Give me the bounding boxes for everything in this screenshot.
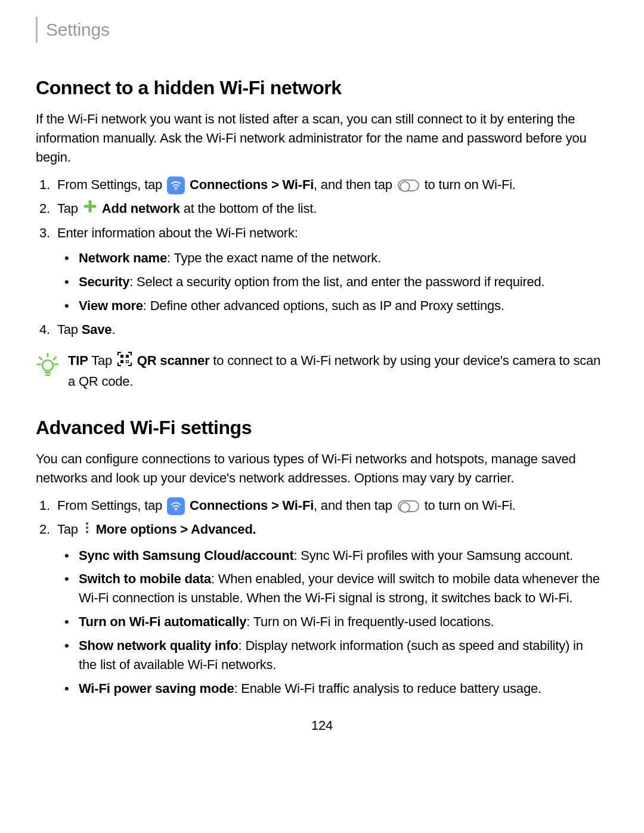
b3-text: : Define other advanced options, such as… — [143, 298, 504, 313]
adv-step-2: Tap More options > Advanced. Sync with S… — [57, 520, 608, 698]
b2-label: Security — [79, 274, 129, 289]
page-number: 124 — [36, 716, 608, 735]
step1-mid: , and then tap — [314, 177, 392, 192]
adv-b4-label: Show network quality info — [79, 638, 239, 653]
step3-bullets: Network name: Type the exact name of the… — [57, 249, 608, 315]
svg-rect-11 — [120, 360, 123, 363]
section-heading-hidden-wifi: Connect to a hidden Wi-Fi network — [36, 74, 608, 101]
bullet-view-more: View more: Define other advanced options… — [79, 296, 608, 315]
step-3: Enter information about the Wi-Fi networ… — [57, 224, 608, 315]
wifi-icon — [167, 176, 185, 194]
step-2: Tap Add network at the bottom of the lis… — [57, 199, 608, 219]
tip-label: TIP — [68, 353, 88, 368]
adv-b1-text: : Sync Wi-Fi profiles with your Samsung … — [294, 548, 573, 563]
adv-step1-post: to turn on Wi-Fi. — [425, 498, 516, 513]
svg-rect-10 — [126, 355, 129, 358]
svg-point-17 — [86, 522, 88, 525]
svg-point-16 — [175, 509, 177, 511]
section1-intro: If the Wi-Fi network you want is not lis… — [36, 110, 608, 167]
section-heading-advanced: Advanced Wi-Fi settings — [36, 414, 608, 441]
qr-scanner-icon — [117, 351, 132, 372]
adv-b3-text: : Turn on Wi-Fi in frequently-used locat… — [246, 614, 494, 629]
toggle-icon — [398, 500, 419, 512]
section1-steps: From Settings, tap Connections > Wi-Fi, … — [36, 175, 608, 339]
section2-intro: You can configure connections to various… — [36, 450, 608, 488]
svg-rect-12 — [126, 360, 127, 361]
tip-text: TIP Tap QR scanner to connect to a Wi-Fi… — [68, 351, 608, 391]
adv-b1-label: Sync with Samsung Cloud/account — [79, 548, 294, 563]
svg-line-3 — [54, 357, 56, 360]
tip-qr-label: QR scanner — [137, 353, 210, 368]
b1-text: : Type the exact name of the network. — [167, 250, 381, 265]
step-4: Tap Save. — [57, 320, 608, 339]
adv-step1-connections-label: Connections > Wi-Fi — [190, 498, 314, 513]
svg-rect-15 — [128, 362, 129, 363]
b3-label: View more — [79, 298, 143, 313]
adv-step-1: From Settings, tap Connections > Wi-Fi, … — [57, 496, 608, 515]
adv-b5-label: Wi-Fi power saving mode — [79, 681, 234, 696]
bullet-power-saving: Wi-Fi power saving mode: Enable Wi-Fi tr… — [79, 679, 608, 698]
step3-text: Enter information about the Wi-Fi networ… — [57, 225, 298, 240]
step1-pre: From Settings, tap — [57, 177, 162, 192]
step2-add-network-label: Add network — [102, 201, 180, 216]
tip-pre: Tap — [88, 353, 112, 368]
svg-point-18 — [86, 527, 88, 529]
svg-point-6 — [42, 360, 53, 371]
b1-label: Network name — [79, 250, 167, 265]
step4-post: . — [112, 322, 115, 337]
more-options-icon — [84, 521, 90, 540]
adv-step1-mid: , and then tap — [314, 498, 392, 513]
step-1: From Settings, tap Connections > Wi-Fi, … — [57, 175, 608, 194]
header-title: Settings — [46, 20, 110, 39]
bullet-switch-mobile: Switch to mobile data: When enabled, you… — [79, 569, 608, 608]
adv-step1-pre: From Settings, tap — [57, 498, 162, 513]
step2-post: at the bottom of the list. — [184, 201, 317, 216]
tip-block: TIP Tap QR scanner to connect to a Wi-Fi… — [36, 351, 608, 391]
bullet-network-name: Network name: Type the exact name of the… — [79, 249, 608, 268]
adv-step2-bullets: Sync with Samsung Cloud/account: Sync Wi… — [57, 546, 608, 698]
bullet-auto-wifi: Turn on Wi-Fi automatically: Turn on Wi-… — [79, 612, 608, 631]
adv-b3-label: Turn on Wi-Fi automatically — [79, 614, 246, 629]
svg-rect-13 — [128, 360, 129, 361]
svg-rect-9 — [120, 355, 123, 358]
bullet-security: Security: Select a security option from … — [79, 272, 608, 292]
svg-point-19 — [86, 531, 88, 533]
adv-b2-label: Switch to mobile data — [79, 571, 211, 586]
step2-pre: Tap — [57, 201, 78, 216]
toggle-icon — [398, 179, 419, 191]
svg-line-2 — [39, 357, 42, 360]
b2-text: : Select a security option from the list… — [129, 274, 544, 289]
plus-icon — [83, 199, 97, 219]
lightbulb-icon — [36, 352, 60, 383]
bullet-sync-cloud: Sync with Samsung Cloud/account: Sync Wi… — [79, 546, 608, 565]
step1-post: to turn on Wi-Fi. — [425, 177, 516, 192]
step4-pre: Tap — [57, 322, 82, 337]
svg-rect-14 — [126, 362, 127, 363]
adv-b5-text: : Enable Wi-Fi traffic analysis to reduc… — [234, 681, 541, 696]
adv-step2-bold: More options > Advanced. — [96, 522, 256, 537]
step1-connections-label: Connections > Wi-Fi — [190, 177, 314, 192]
section2-steps: From Settings, tap Connections > Wi-Fi, … — [36, 496, 608, 698]
page-header: Settings — [36, 17, 608, 43]
step4-save-label: Save — [82, 322, 112, 337]
bullet-network-quality: Show network quality info: Display netwo… — [79, 636, 608, 674]
adv-step2-pre: Tap — [57, 522, 78, 537]
svg-point-0 — [175, 188, 177, 190]
wifi-icon — [167, 497, 185, 515]
